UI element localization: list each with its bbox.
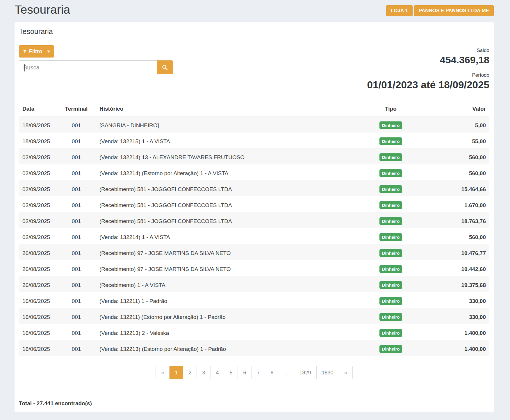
- row-data: 02/09/2025: [19, 228, 57, 244]
- company-button[interactable]: PANNOS E PANNOS LTDA ME: [414, 5, 494, 16]
- column-header-data: Data: [19, 102, 57, 116]
- row-data: 02/09/2025: [19, 148, 57, 164]
- row-valor: 15.464,66: [446, 180, 489, 196]
- row-historico: (Venda: 132211) (Estorno por Alteração) …: [96, 308, 336, 324]
- text-cursor: [24, 64, 25, 71]
- pagination-page-5[interactable]: 5: [224, 366, 238, 379]
- row-data: 26/08/2025: [19, 276, 57, 292]
- row-data: 02/09/2025: [19, 164, 57, 180]
- row-historico: (Venda: 132214) 1 - A VISTA: [96, 228, 336, 244]
- table-row: 16/06/2025001(Venda: 132213) (Estorno po…: [19, 340, 489, 356]
- row-tipo: Dinheiro: [336, 244, 446, 260]
- row-terminal: 001: [57, 132, 96, 148]
- toolbar: Filtro: [19, 45, 489, 91]
- top-buttons: LOJA 1 PANNOS E PANNOS LTDA ME: [386, 5, 494, 16]
- row-data: 18/09/2025: [19, 132, 57, 148]
- row-terminal: 001: [57, 260, 96, 276]
- pagination-page-4[interactable]: 4: [211, 366, 224, 379]
- pagination-item: 1829: [294, 366, 317, 379]
- tipo-badge: Dinheiro: [379, 201, 402, 209]
- table-row: 02/09/2025001(Venda: 132214) 13 - ALEXAN…: [19, 148, 489, 164]
- row-terminal: 001: [57, 244, 96, 260]
- pagination-item: 7: [252, 366, 265, 379]
- row-data: 16/06/2025: [19, 292, 57, 308]
- tipo-badge: Dinheiro: [379, 265, 402, 273]
- row-historico: (Venda: 132213) 2 - Valeska: [96, 324, 336, 340]
- search-group: [19, 60, 173, 74]
- row-historico: [SANGRIA - DINHEIRO]: [96, 116, 336, 132]
- table-body: 18/09/2025001[SANGRIA - DINHEIRO]Dinheir…: [19, 116, 489, 356]
- row-valor: 560,00: [446, 164, 489, 180]
- pagination-page-1829[interactable]: 1829: [294, 366, 317, 379]
- saldo-value: 454.369,18: [367, 54, 489, 66]
- search-button[interactable]: [157, 60, 173, 74]
- pagination-list: «12345678...18291830»: [156, 366, 352, 379]
- pagination-page-1830[interactable]: 1830: [317, 366, 339, 379]
- pagination-prev[interactable]: «: [156, 366, 170, 379]
- row-tipo: Dinheiro: [336, 148, 446, 164]
- tipo-badge: Dinheiro: [379, 185, 402, 193]
- row-historico: (Venda: 132213) (Estorno por Alteração) …: [96, 340, 336, 356]
- row-tipo: Dinheiro: [336, 116, 446, 132]
- table-row: 26/08/2025001(Recebimento) 97 - JOSE MAR…: [19, 244, 489, 260]
- tipo-badge: Dinheiro: [379, 217, 402, 225]
- pagination-page-7[interactable]: 7: [252, 366, 265, 379]
- table-row: 16/06/2025001(Venda: 132211) (Estorno po…: [19, 308, 489, 324]
- row-data: 26/08/2025: [19, 244, 57, 260]
- row-valor: 10.476,77: [446, 244, 489, 260]
- row-valor: 1.670,00: [446, 196, 489, 212]
- filter-icon: [23, 49, 27, 54]
- pagination-page-6[interactable]: 6: [238, 366, 252, 379]
- row-historico: (Venda: 132215) 1 - A VISTA: [96, 132, 336, 148]
- row-data: 16/06/2025: [19, 324, 57, 340]
- row-tipo: Dinheiro: [336, 260, 446, 276]
- search-input[interactable]: [19, 60, 157, 74]
- row-valor: 330,00: [446, 308, 489, 324]
- filter-button[interactable]: Filtro: [19, 45, 54, 58]
- table-row: 16/06/2025001(Venda: 132213) 2 - Valeska…: [19, 324, 489, 340]
- pagination-item: 6: [238, 366, 252, 379]
- pagination-page-1[interactable]: 1: [170, 366, 183, 379]
- row-tipo: Dinheiro: [336, 292, 446, 308]
- table-row: 02/09/2025001(Venda: 132214) (Estorno po…: [19, 164, 489, 180]
- tipo-badge: Dinheiro: [379, 249, 402, 257]
- row-tipo: Dinheiro: [336, 308, 446, 324]
- row-tipo: Dinheiro: [336, 228, 446, 244]
- pagination-item: »: [339, 366, 353, 379]
- row-historico: (Recebimento) 97 - JOSE MARTINS DA SILVA…: [96, 244, 336, 260]
- row-historico: (Venda: 132214) 13 - ALEXANDRE TAVARES F…: [96, 148, 336, 164]
- table-row: 18/09/2025001(Venda: 132215) 1 - A VISTA…: [19, 132, 489, 148]
- table-row: 26/08/2025001(Recebimento) 1 - A VISTADi…: [19, 276, 489, 292]
- row-terminal: 001: [57, 148, 96, 164]
- pagination-page-2[interactable]: 2: [183, 366, 197, 379]
- pagination-page-3[interactable]: 3: [197, 366, 211, 379]
- row-terminal: 001: [57, 228, 96, 244]
- row-terminal: 001: [57, 116, 96, 132]
- store-button[interactable]: LOJA 1: [386, 5, 413, 16]
- transactions-table: Data Terminal Histórico Tipo Valor 18/09…: [19, 102, 489, 356]
- pagination-next[interactable]: »: [339, 366, 353, 379]
- search-icon: [162, 64, 168, 71]
- row-terminal: 001: [57, 196, 96, 212]
- pagination-item: 3: [197, 366, 211, 379]
- card-header: Tesouraria: [15, 22, 494, 41]
- pagination-item: 4: [211, 366, 224, 379]
- total-count: Total - 27.441 encontrado(s): [19, 400, 92, 406]
- card-body: Filtro: [15, 41, 494, 395]
- row-tipo: Dinheiro: [336, 132, 446, 148]
- row-tipo: Dinheiro: [336, 180, 446, 196]
- page-header: Tesouraria LOJA 1 PANNOS E PANNOS LTDA M…: [15, 0, 494, 22]
- pagination-page-8[interactable]: 8: [265, 366, 279, 379]
- tesouraria-card: Tesouraria Filtro: [15, 22, 494, 412]
- pagination-ellipsis[interactable]: ...: [279, 366, 294, 379]
- row-valor: 18.763,76: [446, 212, 489, 228]
- table-row: 02/09/2025001(Recebimento) 581 - JOGGOFI…: [19, 196, 489, 212]
- column-header-valor: Valor: [446, 102, 489, 116]
- row-terminal: 001: [57, 180, 96, 196]
- row-data: 16/06/2025: [19, 308, 57, 324]
- filter-button-label: Filtro: [29, 49, 42, 55]
- row-data: 02/09/2025: [19, 180, 57, 196]
- row-valor: 55,00: [446, 132, 489, 148]
- table-head: Data Terminal Histórico Tipo Valor: [19, 102, 489, 116]
- pagination-item: 5: [224, 366, 238, 379]
